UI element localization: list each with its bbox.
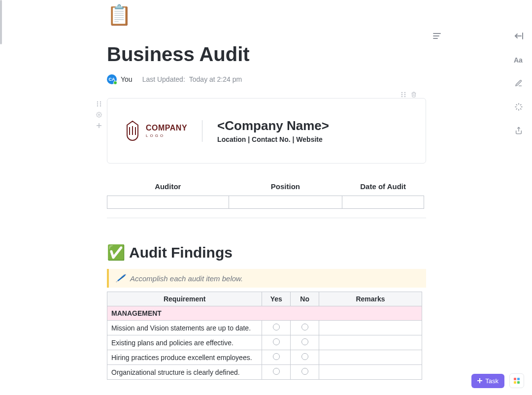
horizontal-divider xyxy=(107,218,426,218)
vertical-divider xyxy=(202,120,202,142)
svg-point-14 xyxy=(404,96,405,97)
requirement-cell[interactable]: Organizational structure is clearly defi… xyxy=(107,365,262,380)
svg-point-9 xyxy=(401,92,402,93)
sparkle-icon[interactable] xyxy=(513,101,524,112)
radio-icon[interactable] xyxy=(273,368,280,375)
yes-cell[interactable] xyxy=(262,350,291,365)
radio-icon[interactable] xyxy=(273,353,280,360)
logo-subtext: LOGO xyxy=(146,133,187,138)
svg-point-11 xyxy=(401,94,402,95)
remarks-cell[interactable] xyxy=(319,365,422,380)
company-logo: COMPANY LOGO xyxy=(125,120,187,142)
remarks-cell[interactable] xyxy=(319,350,422,365)
date-cell[interactable] xyxy=(342,196,424,209)
share-icon[interactable] xyxy=(513,125,524,136)
avatar[interactable]: CA xyxy=(107,74,117,84)
svg-text:Aa: Aa xyxy=(514,56,523,64)
new-task-button[interactable]: Task xyxy=(471,374,504,388)
table-row: Mission and Vision statements are up to … xyxy=(107,321,422,335)
col-yes: Yes xyxy=(262,292,291,306)
yes-cell[interactable] xyxy=(262,365,291,380)
company-subline[interactable]: Location | Contact No. | Website xyxy=(217,135,408,143)
requirement-cell[interactable]: Mission and Vision statements are up to … xyxy=(107,321,262,335)
svg-point-4 xyxy=(97,105,98,106)
author-label: You xyxy=(121,75,133,83)
col-requirement: Requirement xyxy=(107,292,262,306)
clipboard-icon: 📋 xyxy=(107,4,132,26)
company-card[interactable]: COMPANY LOGO <Company Name> Location | C… xyxy=(107,98,426,164)
logo-text: COMPANY xyxy=(146,124,187,132)
remarks-cell[interactable] xyxy=(319,321,422,335)
svg-point-3 xyxy=(100,103,101,104)
note-text: Accomplish each audit item below. xyxy=(130,274,243,283)
no-cell[interactable] xyxy=(291,350,319,365)
no-cell[interactable] xyxy=(291,365,319,380)
findings-heading[interactable]: ✅ Audit Findings xyxy=(107,244,433,261)
radio-icon[interactable] xyxy=(301,368,308,375)
pen-icon: 🖊️ xyxy=(116,274,125,283)
svg-point-13 xyxy=(401,96,402,97)
company-name[interactable]: <Company Name> xyxy=(217,118,408,133)
table-row: Hiring practices produce excellent emplo… xyxy=(107,350,422,365)
svg-point-0 xyxy=(97,101,98,102)
findings-heading-text: Audit Findings xyxy=(129,244,233,261)
yes-cell[interactable] xyxy=(262,321,291,335)
drag-handle-icon[interactable] xyxy=(401,92,406,99)
position-cell[interactable] xyxy=(229,196,342,209)
findings-table[interactable]: Requirement Yes No Remarks MANAGEMENT Mi… xyxy=(107,292,422,380)
requirement-cell[interactable]: Hiring practices produce excellent emplo… xyxy=(107,350,262,365)
svg-point-10 xyxy=(404,92,405,93)
position-header: Position xyxy=(229,177,342,196)
auditor-table[interactable]: Auditor Position Date of Audit xyxy=(107,177,424,209)
svg-point-1 xyxy=(100,101,101,102)
typography-icon[interactable]: Aa xyxy=(513,54,524,65)
collapse-icon[interactable] xyxy=(513,31,524,41)
yes-cell[interactable] xyxy=(262,335,291,350)
block-controls xyxy=(96,100,102,129)
col-no: No xyxy=(291,292,319,306)
logo-icon xyxy=(125,120,140,142)
drag-handle-icon[interactable] xyxy=(96,100,102,107)
last-updated-value: Today at 2:24 pm xyxy=(189,75,242,83)
date-header: Date of Audit xyxy=(342,177,424,196)
edit-icon[interactable] xyxy=(513,78,524,89)
radio-icon[interactable] xyxy=(301,338,308,345)
radio-icon[interactable] xyxy=(301,324,308,330)
radio-icon[interactable] xyxy=(273,338,280,345)
no-cell[interactable] xyxy=(291,335,319,350)
bottom-actions: Task xyxy=(471,373,524,388)
apps-icon xyxy=(514,378,520,384)
auditor-cell[interactable] xyxy=(107,196,229,209)
checkmark-icon: ✅ xyxy=(107,244,125,261)
svg-point-5 xyxy=(100,105,101,106)
col-remarks: Remarks xyxy=(319,292,422,306)
card-actions xyxy=(401,92,417,99)
note-banner[interactable]: 🖊️ Accomplish each audit item below. xyxy=(107,269,426,288)
company-info: <Company Name> Location | Contact No. | … xyxy=(217,118,408,143)
remarks-cell[interactable] xyxy=(319,335,422,350)
radio-icon[interactable] xyxy=(273,324,280,330)
meta-row: CA You Last Updated: Today at 2:24 pm xyxy=(107,74,433,84)
table-row: Organizational structure is clearly defi… xyxy=(107,365,422,380)
task-button-label: Task xyxy=(485,377,499,385)
toc-icon[interactable] xyxy=(433,33,441,41)
apps-button[interactable] xyxy=(509,373,524,388)
svg-point-2 xyxy=(97,103,98,104)
document-body: 📋 Business Audit CA You Last Updated: To… xyxy=(0,0,433,380)
table-row: Existing plans and policies are effectiv… xyxy=(107,335,422,350)
auditor-header: Auditor xyxy=(107,177,229,196)
last-updated-label: Last Updated: xyxy=(142,75,185,83)
svg-point-6 xyxy=(99,114,100,116)
gear-icon[interactable] xyxy=(96,111,102,118)
no-cell[interactable] xyxy=(291,321,319,335)
plus-icon[interactable] xyxy=(96,122,102,129)
radio-icon[interactable] xyxy=(301,353,308,360)
trash-icon[interactable] xyxy=(411,92,417,99)
plus-icon xyxy=(477,378,482,383)
page-icon[interactable]: 📋 xyxy=(107,0,433,25)
page-title[interactable]: Business Audit xyxy=(107,43,433,66)
section-title: MANAGEMENT xyxy=(107,306,422,321)
svg-point-12 xyxy=(404,94,405,95)
requirement-cell[interactable]: Existing plans and policies are effectiv… xyxy=(107,335,262,350)
right-rail: Aa xyxy=(513,31,524,136)
